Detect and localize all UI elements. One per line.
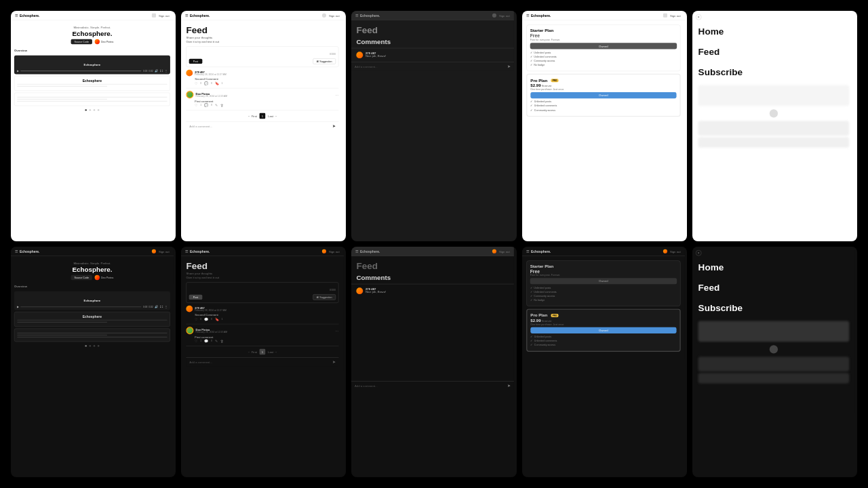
menu-item-subscribe[interactable]: Subscribe [698,302,849,314]
hamburger-icon[interactable]: ☰ [185,249,188,253]
bookmark-icon-1[interactable]: 🔖 [215,82,219,86]
starter-owned-btn[interactable]: Owned [530,43,676,49]
progress-bar[interactable] [20,306,142,307]
nav-dot-2[interactable] [90,109,91,110]
comment-meta-1: 279 487 February 28, 2024 at 12:27 AM [195,306,338,312]
nav-dot-4[interactable] [98,109,99,110]
progress-bar[interactable] [20,70,142,71]
pro-plan-header: Pro Plan PRO [530,78,676,83]
add-comment-input[interactable]: Add a comment... [355,65,507,68]
reply-count-1: 0 [211,318,212,322]
nav-dot-2[interactable] [90,345,91,346]
nav-dot-4[interactable] [98,345,99,346]
first-page-btn[interactable]: ← First [248,115,257,117]
char-count: 0/300 [330,289,336,291]
sign-out-link[interactable]: Sign out [499,250,510,253]
ai-suggestion-button[interactable]: AI Suggestion [313,294,336,300]
bookmark-icon-2[interactable]: ✎ [215,340,218,344]
reply-icon-1[interactable]: 💬 [204,82,208,86]
card-feed-dark: ☰ Echosphere. Sign out Feed Share your t… [181,247,346,477]
hero-tagline: Minimalistic. Simple. Perfect. [15,262,170,265]
time-display: 0:00 / 3:32 [143,70,153,73]
add-comment-input[interactable]: Add a comment... [189,361,332,363]
hamburger-icon[interactable]: ☰ [526,249,529,253]
bookmark-icon-1[interactable]: 🔖 [215,318,219,322]
pro-owned-btn[interactable]: Owned [530,92,676,98]
hamburger-icon[interactable]: ☰ [526,14,529,18]
send-icon[interactable]: ➤ [507,64,511,69]
sign-out-link[interactable]: Sign out [329,250,340,253]
add-comment-input[interactable]: Add a comment... [355,384,507,387]
delete-icon-2[interactable]: 🗑 [220,340,224,344]
nav-dot-1[interactable] [85,345,86,346]
post-button[interactable]: Post [189,295,203,300]
nav-logo: Echosphere. [190,249,210,253]
comment-actions-2: ♡ 1 💬 0 ✎ 🗑 [186,340,339,344]
sign-out-link[interactable]: Sign out [159,250,170,253]
video-controls: ▶ 0:00 / 3:32 🔊 ⛶ ⋮ [17,69,168,73]
source-code-btn[interactable]: Source Code [71,39,92,44]
post-button[interactable]: Post [189,59,203,64]
nav-dot-3[interactable] [94,109,95,110]
video-preview[interactable]: Echosphere ▶ 0:00 / 3:32 🔊 ⛶ ⋮ [14,56,170,75]
send-icon[interactable]: ➤ [507,384,511,388]
send-icon[interactable]: ➤ [332,124,336,129]
hamburger-icon[interactable]: ☰ [356,14,359,18]
comment-date-2: February 28, 2024 at 12:23 AM [196,95,334,98]
reply-icon-1[interactable]: 💬 [204,318,208,322]
menu-item-subscribe[interactable]: Subscribe [698,66,849,79]
hamburger-icon[interactable]: ☰ [356,249,359,253]
hamburger-icon[interactable]: ☰ [15,249,18,253]
delete-icon-2[interactable]: 🗑 [220,104,224,108]
send-icon[interactable]: ➤ [332,360,336,365]
like-icon-2[interactable]: ♡ [195,340,197,344]
sign-out-link[interactable]: Sign out [159,14,170,17]
sign-out-link[interactable]: Sign out [669,250,680,253]
reply-icon-2[interactable]: 💬 [204,340,208,344]
last-page-btn[interactable]: Last → [268,350,277,353]
source-code-btn[interactable]: Source Code [71,275,92,280]
menu-item-home[interactable]: Home [698,262,849,274]
comment-avatar-1 [186,70,193,77]
nav-dot-3[interactable] [94,345,95,346]
reply-icon-2[interactable]: 💬 [204,104,208,108]
starter-owned-btn[interactable]: Owned [530,278,676,284]
bookmark-icon-2[interactable]: ✎ [215,104,218,108]
video-preview[interactable]: Echosphere ▶ 0:00 / 3:32 🔊 ⛶ ⋮ [14,291,170,310]
settings-icon[interactable] [152,14,156,18]
nav-avatar [492,14,496,18]
menu-item-home[interactable]: Home [698,26,849,38]
pro-note: One time purchase. Just once. [530,323,676,326]
author-btn[interactable]: Dan Pintea [95,275,113,280]
add-comment-input[interactable]: Add a comment... [189,125,332,127]
close-button[interactable]: × [696,250,702,256]
hamburger-icon[interactable]: ☰ [15,14,18,18]
ai-suggestion-button[interactable]: AI Suggestion [313,58,336,64]
settings-icon[interactable] [663,14,667,18]
sign-out-link[interactable]: Sign out [329,14,340,17]
pro-owned-btn[interactable]: Owned [530,327,676,333]
like-icon-1[interactable]: ♡ [195,82,197,86]
like-icon-2[interactable]: ♡ [195,104,197,108]
author-btn[interactable]: Dan Pintea [95,39,113,44]
more-dots-icon[interactable]: ··· [336,328,339,333]
last-page-btn[interactable]: Last → [268,115,277,117]
more-dots-icon[interactable]: ··· [336,92,339,97]
feed-hint: Give it a try and test it out [186,276,339,279]
card-overview-light: ☰ Echosphere. Sign out Minimalistic. Sim… [11,11,176,241]
menu-circle-1 [770,109,778,117]
sign-out-link[interactable]: Sign out [669,14,680,17]
comment-actions-2: ♡ 1 💬 0 ✎ 🗑 [186,104,339,108]
nav-dot-1[interactable] [85,109,86,110]
commenter-text: Nice job, Bravo! [366,55,386,58]
menu-content: × Home Feed Subscribe [692,247,855,413]
ui-bar-4 [17,99,107,100]
first-page-btn[interactable]: ← First [248,350,257,353]
close-button[interactable]: × [696,14,702,20]
sign-out-link[interactable]: Sign out [499,14,510,17]
menu-item-feed[interactable]: Feed [698,46,849,58]
hamburger-icon[interactable]: ☰ [185,14,188,18]
pro-note: One time purchase. Just once. [530,88,676,91]
like-icon-1[interactable]: ♡ [195,318,197,322]
menu-item-feed[interactable]: Feed [698,282,849,294]
